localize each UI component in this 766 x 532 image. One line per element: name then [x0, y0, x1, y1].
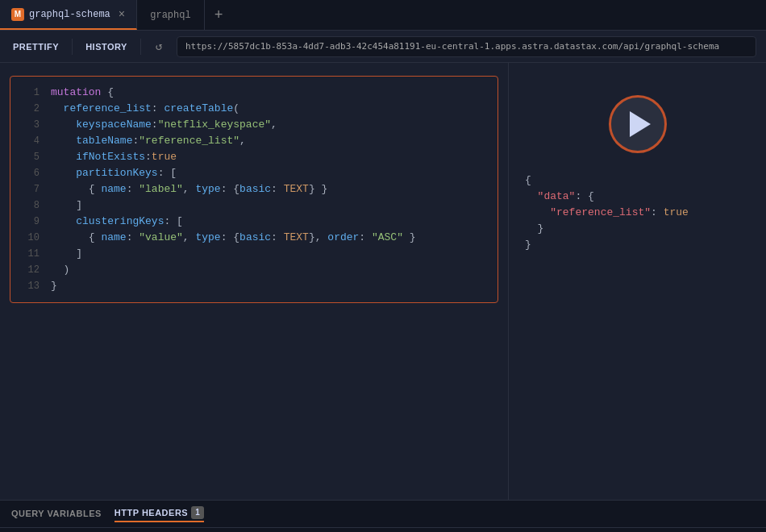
tab-http-headers[interactable]: HTTP HEADERS1 [114, 506, 204, 522]
bottom-panel: QUERY VARIABLES HTTP HEADERS1 12UsTYHGrB… [0, 500, 766, 532]
line-content: partitionKeys: [ [51, 165, 177, 181]
play-icon [630, 111, 651, 137]
result-token: "reference_list" [550, 206, 651, 218]
url-bar[interactable]: https://5857dc1b-853a-4dd7-adb3-42c454a8… [177, 36, 756, 57]
token-plain [51, 118, 76, 131]
tab-label-graphql-schema: graphql-schema [29, 9, 110, 20]
line-content: ] [51, 197, 82, 214]
token-val: TEXT [284, 183, 309, 195]
result-token: true [664, 206, 689, 218]
token-plain [51, 151, 76, 163]
toolbar: PRETTIFY HISTORY ↺ https://5857dc1b-853a… [0, 31, 766, 63]
line-content: reference_list: createTable( [51, 101, 239, 117]
token-fn: keyspaceName [76, 118, 152, 131]
result-json: { "data": { "reference_list": true }} [509, 172, 689, 253]
line-number: 13 [22, 278, 40, 294]
token-fn: ifNotExists [76, 151, 145, 163]
token-plain: , [239, 135, 246, 147]
result-pane: { "data": { "reference_list": true }} [508, 63, 766, 500]
line-content: clusteringKeys: [ [51, 214, 183, 230]
token-plain: } } [309, 183, 327, 195]
token-plain: : [127, 183, 139, 195]
token-plain: : [359, 231, 372, 243]
line-number: 6 [22, 165, 40, 181]
tab-query-variables[interactable]: QUERY VARIABLES [11, 509, 102, 520]
token-plain: { [51, 231, 101, 243]
token-fn: tableName [76, 135, 132, 147]
history-button[interactable]: HISTORY [82, 39, 131, 55]
editor-line-12: 12 ) [22, 262, 486, 278]
token-plain: : { [221, 183, 239, 195]
line-number: 5 [22, 149, 40, 165]
tab-close-graphql-schema[interactable]: × [119, 8, 125, 21]
prettify-button[interactable]: PRETTIFY [10, 39, 62, 55]
line-content: keyspaceName:"netflix_keyspace", [51, 117, 277, 133]
token-plain: } [51, 280, 57, 292]
tab-graphql[interactable]: graphql [137, 0, 204, 30]
token-fn: name [101, 183, 126, 195]
result-line: } [525, 237, 689, 253]
tab-label-graphql: graphql [150, 10, 190, 21]
run-button[interactable] [609, 95, 667, 153]
result-line: "data": { [525, 189, 689, 205]
toolbar-divider-1 [72, 39, 73, 55]
line-number: 8 [22, 197, 40, 214]
token-plain: ) [51, 264, 69, 276]
token-str: "ASC" [372, 231, 403, 243]
line-number: 1 [22, 85, 40, 101]
token-plain: { [101, 86, 114, 98]
token-fn: clusteringKeys [76, 215, 164, 227]
result-token: { [525, 174, 531, 186]
code-editor[interactable]: 1mutation {2 reference_list: createTable… [10, 76, 498, 303]
token-plain [51, 167, 76, 179]
token-fn: basic [239, 183, 271, 195]
line-number: 9 [22, 214, 40, 230]
result-token: : [651, 206, 664, 218]
result-line-content: { [525, 172, 531, 189]
token-fn: type [195, 231, 220, 243]
result-line-content: } [525, 221, 543, 237]
result-line: "reference_list": true [525, 205, 689, 221]
editor-line-2: 2 reference_list: createTable( [22, 101, 486, 117]
line-content: { name: "value", type: {basic: TEXT}, or… [51, 230, 416, 246]
editor-line-1: 1mutation { [22, 85, 486, 101]
token-plain: ] [51, 199, 82, 211]
tab-bar: M graphql-schema × graphql + [0, 0, 766, 31]
result-token [525, 190, 538, 202]
token-fn: order [327, 231, 359, 243]
tab-http-headers-label: HTTP HEADERS [114, 507, 188, 517]
editor-line-9: 9 clusteringKeys: [ [22, 214, 486, 230]
tab-add-button[interactable]: + [205, 0, 233, 30]
result-token [525, 206, 550, 218]
editor-line-5: 5 ifNotExists:true [22, 149, 486, 165]
line-number: 2 [22, 101, 40, 117]
token-plain: : [ [158, 167, 177, 179]
line-number: 4 [22, 133, 40, 149]
token-plain: ( [233, 102, 239, 114]
result-line: { [525, 172, 689, 189]
token-plain: : [145, 151, 152, 163]
toolbar-divider-2 [140, 39, 141, 55]
editor-line-11: 11 ] [22, 246, 486, 262]
tab-graphql-schema[interactable]: M graphql-schema × [0, 0, 137, 30]
token-plain: : [127, 231, 139, 243]
result-token: : { [575, 190, 593, 202]
editor-line-7: 7 { name: "label", type: {basic: TEXT} } [22, 181, 486, 197]
line-number: 11 [22, 246, 40, 262]
result-line-content: } [525, 237, 531, 253]
result-token: "data" [538, 190, 576, 202]
token-str: "label" [139, 183, 183, 195]
refresh-button[interactable]: ↺ [151, 39, 167, 55]
token-plain: }, [309, 231, 327, 243]
line-number: 12 [22, 262, 40, 278]
editor-line-3: 3 keyspaceName:"netflix_keyspace", [22, 117, 486, 133]
token-str: "reference_list" [139, 135, 239, 147]
line-number: 3 [22, 117, 40, 133]
token-plain: : [152, 102, 164, 114]
token-val: true [152, 151, 177, 163]
token-str: "netflix_keyspace" [158, 118, 271, 131]
token-val: TEXT [284, 231, 309, 243]
editor-line-10: 10 { name: "value", type: {basic: TEXT},… [22, 230, 486, 246]
line-content: ) [51, 262, 69, 278]
line-content: ] [51, 246, 82, 262]
